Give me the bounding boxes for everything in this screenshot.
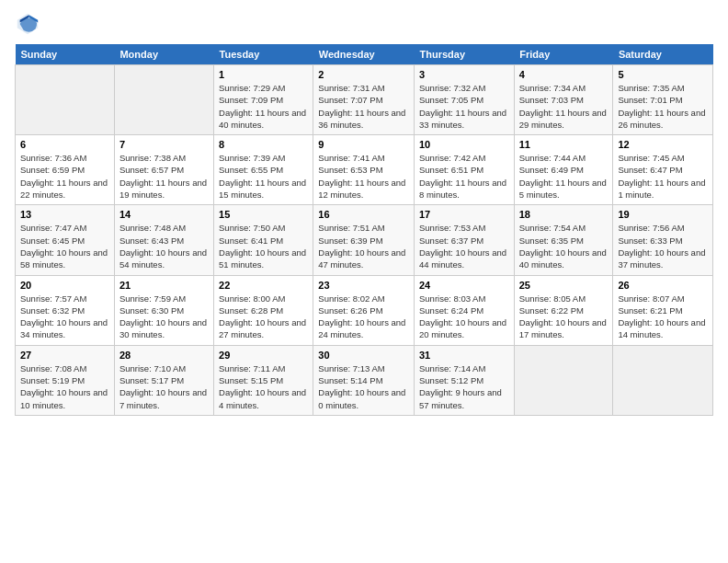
sunrise-label: Sunrise: 8:07 AM: [618, 293, 684, 304]
day-cell: 27Sunrise: 7:08 AMSunset: 5:19 PMDayligh…: [16, 345, 115, 415]
day-number: 9: [318, 139, 409, 150]
sunset-label: Sunset: 5:12 PM: [419, 375, 483, 385]
sunset-label: Sunset: 6:47 PM: [618, 165, 682, 175]
day-cell: 14Sunrise: 7:48 AMSunset: 6:43 PMDayligh…: [114, 205, 213, 275]
day-number: 13: [20, 209, 109, 220]
week-row-4: 20Sunrise: 7:57 AMSunset: 6:32 PMDayligh…: [16, 275, 713, 345]
column-header-wednesday: Wednesday: [313, 44, 415, 65]
day-cell: [613, 345, 713, 415]
day-cell: 13Sunrise: 7:47 AMSunset: 6:45 PMDayligh…: [16, 205, 115, 275]
day-number: 1: [219, 69, 308, 80]
day-cell: 7Sunrise: 7:38 AMSunset: 6:57 PMDaylight…: [114, 135, 213, 205]
header-row: SundayMondayTuesdayWednesdayThursdayFrid…: [16, 44, 713, 65]
day-cell: 5Sunrise: 7:35 AMSunset: 7:01 PMDaylight…: [613, 65, 713, 135]
day-cell: 8Sunrise: 7:39 AMSunset: 6:55 PMDaylight…: [214, 135, 313, 205]
cell-content: Sunrise: 7:38 AMSunset: 6:57 PMDaylight:…: [119, 152, 209, 201]
day-cell: 2Sunrise: 7:31 AMSunset: 7:07 PMDaylight…: [313, 65, 415, 135]
daylight-label: Daylight: 10 hours and 40 minutes.: [519, 247, 607, 270]
sunrise-label: Sunrise: 7:45 AM: [618, 153, 684, 163]
day-number: 7: [119, 139, 209, 150]
daylight-label: Daylight: 11 hours and 5 minutes.: [519, 178, 607, 200]
sunset-label: Sunset: 6:41 PM: [219, 236, 283, 246]
day-cell: 22Sunrise: 8:00 AMSunset: 6:28 PMDayligh…: [214, 275, 313, 345]
cell-content: Sunrise: 7:13 AMSunset: 5:14 PMDaylight:…: [318, 362, 409, 411]
cell-content: Sunrise: 7:54 AMSunset: 6:35 PMDaylight:…: [519, 222, 609, 270]
day-cell: 25Sunrise: 8:05 AMSunset: 6:22 PMDayligh…: [514, 275, 613, 345]
week-row-2: 6Sunrise: 7:36 AMSunset: 6:59 PMDaylight…: [16, 135, 713, 205]
day-number: 8: [219, 139, 308, 150]
cell-content: Sunrise: 7:45 AMSunset: 6:47 PMDaylight:…: [618, 152, 708, 201]
sunrise-label: Sunrise: 7:11 AM: [219, 363, 285, 373]
day-number: 2: [318, 69, 409, 80]
day-cell: 20Sunrise: 7:57 AMSunset: 6:32 PMDayligh…: [16, 275, 115, 345]
cell-content: Sunrise: 7:41 AMSunset: 6:53 PMDaylight:…: [318, 152, 409, 201]
sunset-label: Sunset: 7:09 PM: [219, 95, 283, 105]
sunrise-label: Sunrise: 7:29 AM: [219, 83, 285, 93]
day-number: 29: [219, 350, 308, 361]
sunset-label: Sunset: 6:22 PM: [519, 305, 584, 316]
day-cell: 1Sunrise: 7:29 AMSunset: 7:09 PMDaylight…: [214, 65, 313, 135]
cell-content: Sunrise: 7:35 AMSunset: 7:01 PMDaylight:…: [618, 82, 708, 131]
column-header-monday: Monday: [114, 44, 213, 65]
column-header-tuesday: Tuesday: [214, 44, 313, 65]
sunrise-label: Sunrise: 7:42 AM: [419, 153, 485, 163]
day-number: 14: [119, 209, 209, 220]
logo: [15, 11, 44, 37]
day-number: 12: [618, 139, 708, 150]
day-number: 30: [318, 350, 409, 361]
day-cell: 31Sunrise: 7:14 AMSunset: 5:12 PMDayligh…: [415, 345, 515, 415]
daylight-label: Daylight: 10 hours and 17 minutes.: [519, 317, 607, 339]
sunrise-label: Sunrise: 7:41 AM: [318, 153, 384, 163]
day-number: 4: [519, 69, 609, 80]
daylight-label: Daylight: 10 hours and 7 minutes.: [119, 387, 207, 409]
sunset-label: Sunset: 7:05 PM: [419, 95, 483, 105]
daylight-label: Daylight: 11 hours and 36 minutes.: [318, 108, 405, 130]
day-number: 10: [419, 139, 509, 150]
sunset-label: Sunset: 6:57 PM: [119, 165, 184, 175]
cell-content: Sunrise: 7:47 AMSunset: 6:45 PMDaylight:…: [20, 222, 109, 270]
day-number: 17: [419, 209, 509, 220]
daylight-label: Daylight: 11 hours and 40 minutes.: [219, 108, 306, 130]
sunset-label: Sunset: 6:45 PM: [20, 236, 85, 246]
week-row-3: 13Sunrise: 7:47 AMSunset: 6:45 PMDayligh…: [16, 205, 713, 275]
sunset-label: Sunset: 6:33 PM: [618, 236, 682, 246]
page: SundayMondayTuesdayWednesdayThursdayFrid…: [0, 0, 728, 563]
column-header-saturday: Saturday: [613, 44, 713, 65]
sunrise-label: Sunrise: 7:34 AM: [519, 83, 586, 93]
day-cell: [16, 65, 115, 135]
sunrise-label: Sunrise: 7:31 AM: [318, 83, 384, 93]
sunset-label: Sunset: 5:15 PM: [219, 375, 283, 385]
sunset-label: Sunset: 6:37 PM: [419, 236, 483, 246]
sunrise-label: Sunrise: 7:53 AM: [419, 223, 485, 233]
sunset-label: Sunset: 6:26 PM: [318, 305, 382, 316]
column-header-thursday: Thursday: [415, 44, 515, 65]
day-cell: 19Sunrise: 7:56 AMSunset: 6:33 PMDayligh…: [613, 205, 713, 275]
daylight-label: Daylight: 10 hours and 27 minutes.: [219, 317, 306, 339]
week-row-5: 27Sunrise: 7:08 AMSunset: 5:19 PMDayligh…: [16, 345, 713, 415]
cell-content: Sunrise: 7:53 AMSunset: 6:37 PMDaylight:…: [419, 222, 509, 270]
cell-content: Sunrise: 7:32 AMSunset: 7:05 PMDaylight:…: [419, 82, 509, 131]
daylight-label: Daylight: 10 hours and 30 minutes.: [119, 317, 207, 339]
column-header-friday: Friday: [514, 44, 613, 65]
sunset-label: Sunset: 6:28 PM: [219, 305, 283, 316]
day-cell: 16Sunrise: 7:51 AMSunset: 6:39 PMDayligh…: [313, 205, 415, 275]
sunrise-label: Sunrise: 7:13 AM: [318, 363, 384, 373]
sunrise-label: Sunrise: 7:35 AM: [618, 83, 684, 93]
sunrise-label: Sunrise: 7:59 AM: [119, 293, 186, 304]
day-cell: 21Sunrise: 7:59 AMSunset: 6:30 PMDayligh…: [114, 275, 213, 345]
sunset-label: Sunset: 6:49 PM: [519, 165, 584, 175]
sunrise-label: Sunrise: 7:44 AM: [519, 153, 586, 163]
daylight-label: Daylight: 10 hours and 58 minutes.: [20, 247, 108, 270]
cell-content: Sunrise: 7:59 AMSunset: 6:30 PMDaylight:…: [119, 293, 209, 341]
calendar-table: SundayMondayTuesdayWednesdayThursdayFrid…: [15, 44, 713, 416]
day-number: 6: [20, 139, 109, 150]
generalblue-logo-icon: [15, 11, 40, 37]
sunrise-label: Sunrise: 7:57 AM: [20, 293, 86, 304]
cell-content: Sunrise: 7:56 AMSunset: 6:33 PMDaylight:…: [618, 222, 708, 270]
daylight-label: Daylight: 10 hours and 44 minutes.: [419, 247, 506, 270]
daylight-label: Daylight: 10 hours and 54 minutes.: [119, 247, 207, 270]
sunset-label: Sunset: 6:32 PM: [20, 305, 85, 316]
sunrise-label: Sunrise: 7:48 AM: [119, 223, 186, 233]
header: [15, 11, 713, 37]
day-number: 28: [119, 350, 209, 361]
